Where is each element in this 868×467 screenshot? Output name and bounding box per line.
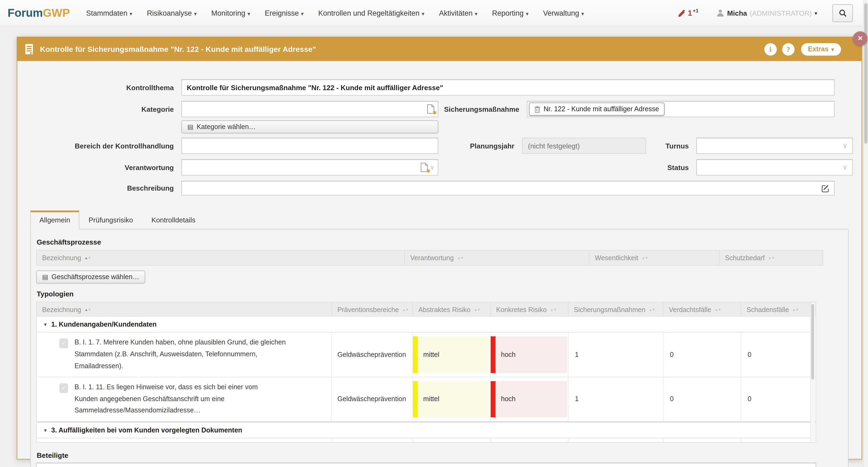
chevron-down-icon: ∨ — [842, 142, 847, 150]
edit-icon[interactable] — [822, 184, 830, 192]
risk-color-bar — [491, 381, 496, 417]
column-konkretes-risiko[interactable]: Konkretes Risiko▲▼ — [490, 302, 568, 317]
sicherungsmassnahme-chip[interactable]: Nr. 122 - Kunde mit auffälliger Adresse — [529, 102, 664, 116]
edit-count-extra: +1 — [692, 8, 699, 13]
sort-icons: ▲▼ — [792, 306, 799, 314]
planungsjahr-label: Planungsjahr — [438, 138, 522, 150]
menu-monitoring[interactable]: Monitoring▾ — [211, 9, 250, 17]
column-bezeichnung[interactable]: Bezeichnung▲▼ — [37, 302, 332, 317]
column-verdachtsfaelle[interactable]: Verdachtsfälle▲▼ — [663, 302, 741, 317]
column-wesentlichkeit[interactable]: Wesentlichkeit▲▼ — [589, 250, 719, 265]
kategorie-waehlen-button[interactable]: ▤Kategorie wählen… — [181, 120, 438, 133]
search-button[interactable] — [832, 4, 853, 22]
risk-color-bar — [413, 381, 418, 417]
konkretes-risiko-cell: hoch — [490, 377, 568, 421]
user-role: (ADMINISTRATOR) — [750, 9, 812, 17]
list-icon: ▤ — [42, 273, 48, 281]
sicherungsmassnahme-label: Sicherungsmaßnahme — [438, 101, 527, 113]
checklist-icon: ✓ — [59, 383, 68, 393]
menu-risikoanalyse[interactable]: Risikoanalyse▾ — [147, 9, 197, 17]
navbar-right: 1 +1 Micha (ADMINISTRATOR) ▾ — [677, 4, 861, 22]
verdachtsfaelle-cell: 0 — [663, 377, 741, 421]
table-scrollbar-thumb[interactable] — [811, 304, 814, 379]
sort-icons: ▲▼ — [649, 306, 655, 314]
bereich-input[interactable] — [181, 138, 438, 154]
list-icon: ▤ — [187, 123, 193, 131]
tab-pruefungsrisiko[interactable]: Prüfungsrisiko — [79, 211, 142, 229]
logo-forum: Forum — [7, 6, 43, 19]
pencil-icon — [677, 10, 686, 18]
menu-ereignisse[interactable]: Ereignisse▾ — [265, 9, 304, 17]
help-icon[interactable]: ? — [782, 43, 794, 55]
verantwortung-input[interactable]: ✱ ∨ — [181, 159, 438, 176]
caret-down-icon: ▾ — [526, 10, 528, 17]
table-row[interactable]: ✓ B. I. 1. 11. Es liegen Hinweise vor, d… — [37, 377, 816, 421]
beteiligte-input[interactable] — [36, 463, 816, 467]
column-schadensfaelle[interactable]: Schadensfälle▲▼ — [741, 302, 817, 317]
page: ForumGWP Stammdaten▾ Risikoanalyse▾ Moni… — [0, 0, 868, 467]
sicherungsmassnahme-input[interactable]: Nr. 122 - Kunde mit auffälliger Adresse — [527, 101, 835, 117]
user-menu[interactable]: Micha (ADMINISTRATOR) ▾ — [717, 9, 817, 17]
typologien-group-row[interactable]: ▼3. Auffälligkeiten bei vom Kunden vorge… — [37, 422, 816, 438]
bereich-label: Bereich der Kontrollhandlung — [30, 138, 181, 150]
page-scrollbar-thumb[interactable] — [864, 3, 867, 144]
sort-icons: ▲▼ — [474, 306, 480, 314]
page-scrollbar[interactable] — [863, 0, 868, 467]
caret-down-icon: ▾ — [475, 10, 477, 17]
collapse-caret-icon: ▼ — [43, 322, 48, 327]
menu-reporting[interactable]: Reporting▾ — [492, 9, 528, 17]
kontrollthema-input[interactable] — [181, 80, 835, 96]
status-label: Status — [646, 159, 696, 172]
new-document-icon[interactable]: ✱ — [427, 104, 435, 114]
column-sicherungsmassnahmen[interactable]: Sicherungsmaßnahmen▲▼ — [568, 302, 663, 317]
new-document-icon[interactable]: ✱ — [421, 162, 428, 172]
turnus-select[interactable]: ∨ — [696, 138, 853, 154]
typologien-group-row[interactable]: ▼1. Kundenangaben/Kundendaten — [37, 317, 816, 332]
geschaeftsprozesse-heading: Geschäftsprozesse — [37, 238, 843, 246]
caret-down-icon: ▾ — [301, 10, 304, 17]
user-name: Micha — [727, 9, 747, 17]
kategorie-input[interactable]: ✱ — [181, 101, 438, 117]
table-row[interactable]: ✓ B. I. 1. 7. Mehrere Kunden haben, ohne… — [37, 332, 816, 377]
column-verantwortung[interactable]: Verantwortung▲▼ — [404, 250, 589, 265]
chevron-down-icon: ∨ — [842, 163, 847, 171]
column-abstraktes-risiko[interactable]: Abstraktes Risiko▲▼ — [412, 302, 490, 317]
open-edits-badge[interactable]: 1 +1 — [677, 8, 699, 18]
typologien-heading: Typologien — [37, 290, 843, 298]
kontrolle-form: Kontrollthema Kategorie ✱ ▤Kategorie w — [17, 61, 862, 195]
sort-icons: ▲▼ — [714, 306, 721, 314]
column-bezeichnung[interactable]: Bezeichnung▲▼ — [37, 250, 404, 265]
main-menu: Stammdaten▾ Risikoanalyse▾ Monitoring▾ E… — [86, 9, 677, 17]
menu-verwaltung[interactable]: Verwaltung▾ — [543, 9, 584, 17]
column-praeventionsbereiche[interactable]: Präventionsbereiche▲▼ — [332, 302, 412, 317]
geschaeftsprozesse-table: Bezeichnung▲▼ Verantwortung▲▼ Wesentlich… — [36, 250, 823, 266]
extras-button[interactable]: Extras▾ — [801, 43, 841, 55]
column-schutzbedarf[interactable]: Schutzbedarf▲▼ — [719, 250, 824, 265]
menu-aktivitaeten[interactable]: Aktivitäten▾ — [439, 9, 477, 17]
info-icon[interactable]: i — [764, 43, 776, 55]
abstraktes-risiko-cell: mittel — [412, 377, 490, 421]
beschreibung-label: Beschreibung — [30, 181, 181, 192]
sort-icons: ▲▼ — [402, 306, 409, 314]
menu-stammdaten[interactable]: Stammdaten▾ — [86, 9, 132, 17]
schadensfaelle-cell: 0 — [741, 333, 817, 377]
geschaeftsprozesse-waehlen-button[interactable]: ▤Geschäftsprozesse wählen… — [36, 271, 145, 283]
menu-kontrollen[interactable]: Kontrollen und Regeltätigkeiten▾ — [318, 9, 424, 17]
sicherungsmassnahmen-cell: 1 — [568, 377, 663, 421]
status-select[interactable]: ∨ — [696, 159, 853, 176]
caret-down-icon: ▾ — [129, 10, 132, 17]
close-icon[interactable]: ✕ — [853, 31, 867, 46]
tab-allgemein[interactable]: Allgemein — [30, 211, 79, 229]
table-scrollbar[interactable] — [810, 303, 815, 442]
typologie-bezeichnung: B. I. 1. 11. Es liegen Hinweise vor, das… — [74, 381, 267, 417]
risk-color-bar — [413, 336, 418, 373]
tab-kontrolldetails[interactable]: Kontrolldetails — [142, 211, 205, 229]
beschreibung-input[interactable] — [181, 181, 835, 195]
beteiligte-section: Beteiligte — [36, 452, 843, 467]
chevron-down-icon[interactable]: ∨ — [430, 164, 435, 171]
typologien-table: Bezeichnung▲▼ Präventionsbereiche▲▼ Abst… — [36, 302, 816, 443]
kategorie-label: Kategorie — [30, 101, 181, 113]
document-icon — [25, 44, 33, 55]
app-logo[interactable]: ForumGWP — [7, 6, 70, 20]
checklist-icon: ✓ — [59, 339, 68, 348]
